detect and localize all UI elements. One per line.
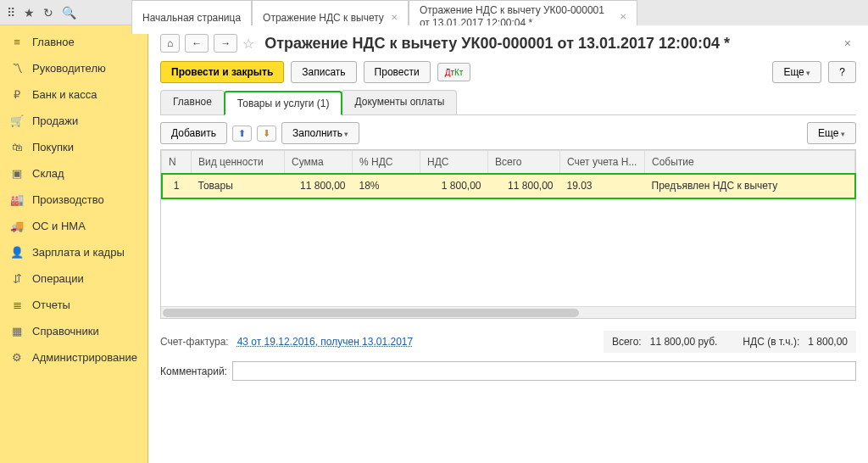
- box-icon: ▣: [10, 167, 24, 180]
- comment-label: Комментарий:: [160, 365, 227, 377]
- chart-icon: 〽: [10, 62, 24, 75]
- close-icon[interactable]: ✕: [391, 13, 398, 22]
- close-icon[interactable]: ✕: [620, 12, 626, 21]
- tab-label: Начальная страница: [142, 12, 241, 24]
- sidebar-item-label: Администрирование: [32, 351, 137, 364]
- add-row-button[interactable]: Добавить: [160, 122, 227, 144]
- search-icon[interactable]: 🔍: [62, 6, 76, 20]
- sidebar-item-warehouse[interactable]: ▣Склад: [0, 160, 147, 187]
- col-type[interactable]: Вид ценности: [192, 151, 285, 174]
- cell-type: Товары: [192, 174, 285, 198]
- col-n[interactable]: N: [162, 151, 192, 174]
- move-up-button[interactable]: ⬆: [232, 126, 252, 142]
- apps-icon[interactable]: ⠿: [7, 6, 15, 20]
- back-button[interactable]: ←: [185, 34, 209, 53]
- sidebar-item-label: Зарплата и кадры: [32, 246, 125, 259]
- sidebar-item-label: Отчеты: [32, 298, 70, 311]
- sidebar-item-label: Продажи: [32, 114, 78, 127]
- fill-button[interactable]: Заполнить: [281, 122, 359, 144]
- cell-account: 19.03: [560, 174, 645, 198]
- forward-button[interactable]: →: [214, 34, 237, 53]
- cell-event: Предъявлен НДС к вычету: [645, 174, 855, 198]
- close-button[interactable]: ×: [839, 36, 856, 50]
- cell-n: 1: [162, 174, 192, 198]
- sidebar-item-sales[interactable]: 🛒Продажи: [0, 108, 147, 134]
- vat-value: 1 800,00: [808, 336, 848, 348]
- sidebar-item-admin[interactable]: ⚙Администрирование: [0, 344, 147, 371]
- sidebar-item-label: ОС и НМА: [32, 220, 86, 232]
- cell-sum: 11 800,00: [285, 174, 353, 198]
- col-sum[interactable]: Сумма: [285, 151, 353, 174]
- help-button[interactable]: ?: [828, 61, 856, 83]
- action-toolbar: Провести и закрыть Записать Провести ДтК…: [160, 61, 856, 83]
- home-button[interactable]: ⌂: [160, 34, 180, 53]
- table-header-row: N Вид ценности Сумма % НДС НДС Всего Сче…: [162, 151, 855, 174]
- list-icon: ≣: [10, 298, 24, 311]
- person-icon: 👤: [10, 246, 24, 259]
- gear-icon: ⚙: [10, 351, 24, 364]
- more-button[interactable]: Еще: [772, 61, 821, 83]
- vat-label: НДС (в т.ч.):: [743, 336, 799, 348]
- table-row[interactable]: 1 Товары 11 800,00 18% 1 800,00 11 800,0…: [162, 174, 855, 198]
- col-account[interactable]: Счет учета Н...: [560, 151, 645, 174]
- sidebar-item-purchases[interactable]: 🛍Покупки: [0, 134, 147, 160]
- menu-icon: ≡: [10, 36, 24, 48]
- sidebar-item-production[interactable]: 🏭Производство: [0, 187, 147, 213]
- tab-main[interactable]: Главное: [160, 90, 225, 114]
- tab-goods[interactable]: Товары и услуги (1): [224, 91, 343, 115]
- post-and-close-button[interactable]: Провести и закрыть: [160, 61, 284, 83]
- sidebar-item-bank[interactable]: ₽Банк и касса: [0, 81, 147, 108]
- grid-icon: ▦: [10, 325, 24, 337]
- comment-row: Комментарий:: [160, 361, 856, 381]
- document-content: ⌂ ← → ☆ Отражение НДС к вычету УК00-0000…: [148, 25, 868, 463]
- system-toolbar: ⠿ ★ ↻ 🔍 Начальная страница Отражение НДС…: [0, 0, 868, 25]
- document-header: ⌂ ← → ☆ Отражение НДС к вычету УК00-0000…: [160, 34, 856, 53]
- sidebar-item-label: Банк и касса: [32, 88, 97, 101]
- invoice-link[interactable]: 43 от 19.12.2016, получен 13.01.2017: [237, 336, 414, 348]
- bag-icon: 🛍: [10, 141, 24, 153]
- sidebar-item-main[interactable]: ≡Главное: [0, 25, 147, 55]
- cell-total: 11 800,00: [488, 174, 560, 198]
- sidebar-item-references[interactable]: ▦Справочники: [0, 318, 147, 344]
- sidebar-item-label: Справочники: [32, 325, 99, 337]
- sidebar-item-manager[interactable]: 〽Руководителю: [0, 55, 147, 81]
- table-more-button[interactable]: Еще: [807, 122, 856, 144]
- sidebar-item-reports[interactable]: ≣Отчеты: [0, 292, 147, 318]
- sidebar-item-label: Руководителю: [32, 62, 106, 75]
- post-button[interactable]: Провести: [364, 61, 431, 83]
- transfer-icon: ⇵: [10, 272, 24, 285]
- tab-label: Отражение НДС к вычету: [263, 12, 384, 24]
- save-button[interactable]: Записать: [291, 61, 356, 83]
- col-total[interactable]: Всего: [488, 151, 560, 174]
- table-toolbar: Добавить ⬆ ⬇ Заполнить Еще: [160, 122, 856, 144]
- tab-payments[interactable]: Документы оплаты: [342, 90, 457, 114]
- sidebar-item-label: Производство: [32, 193, 104, 206]
- document-footer: Счет-фактура: 43 от 19.12.2016, получен …: [160, 331, 856, 353]
- page-title: Отражение НДС к вычету УК00-000001 от 13…: [264, 35, 834, 53]
- cart-icon: 🛒: [10, 114, 24, 127]
- comment-input[interactable]: [232, 361, 856, 381]
- col-vat[interactable]: НДС: [420, 151, 488, 174]
- total-label: Всего:: [612, 336, 642, 348]
- star-icon[interactable]: ★: [24, 6, 35, 20]
- horizontal-scrollbar[interactable]: [161, 306, 855, 318]
- goods-table: N Вид ценности Сумма % НДС НДС Всего Сче…: [160, 149, 856, 319]
- sidebar-item-label: Покупки: [32, 141, 74, 153]
- cell-vat: 1 800,00: [420, 174, 488, 198]
- favorite-icon[interactable]: ☆: [242, 36, 254, 52]
- sidebar-item-hr[interactable]: 👤Зарплата и кадры: [0, 239, 147, 265]
- sidebar-item-label: Операции: [32, 272, 84, 285]
- ruble-icon: ₽: [10, 88, 24, 101]
- move-down-button[interactable]: ⬇: [257, 126, 276, 142]
- dt-kt-button[interactable]: ДтКт: [437, 63, 471, 81]
- truck-icon: 🚚: [10, 220, 24, 232]
- col-event[interactable]: Событие: [645, 151, 855, 174]
- sidebar-item-assets[interactable]: 🚚ОС и НМА: [0, 213, 147, 239]
- total-value: 11 800,00: [650, 336, 695, 348]
- sidebar-item-label: Склад: [32, 167, 64, 180]
- totals-block: Всего: 11 800,00 руб. НДС (в т.ч.): 1 80…: [604, 331, 856, 353]
- document-tabs: Главное Товары и услуги (1) Документы оп…: [160, 90, 856, 115]
- sidebar-item-operations[interactable]: ⇵Операции: [0, 265, 147, 292]
- history-icon[interactable]: ↻: [43, 6, 53, 20]
- col-vat-rate[interactable]: % НДС: [353, 151, 420, 174]
